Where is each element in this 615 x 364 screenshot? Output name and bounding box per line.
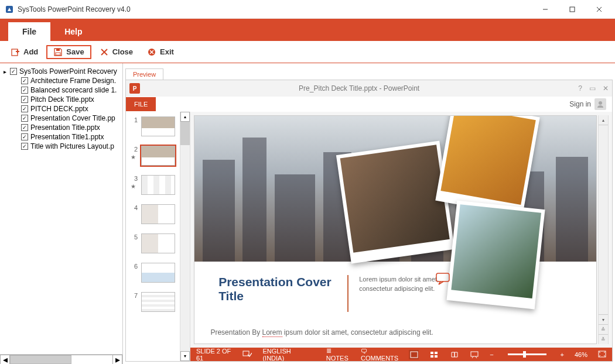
tree-item[interactable]: Balanced scorecard slide 1.: [30, 86, 117, 94]
powerpoint-preview: P Pre_Pitch Deck Title.pptx - PowerPoint…: [125, 80, 613, 362]
checkbox-icon[interactable]: [21, 143, 28, 150]
fullscreen-icon[interactable]: ▭: [589, 84, 596, 92]
svg-rect-8: [56, 49, 60, 51]
reading-view-icon[interactable]: [449, 350, 459, 359]
status-language[interactable]: ENGLISH (INDIA): [262, 348, 305, 362]
ppt-ribbon: FILE Sign in: [126, 97, 612, 112]
tree-item[interactable]: PITCH DECK.pptx: [30, 105, 88, 113]
notes-button[interactable]: ≣ NOTES: [326, 347, 350, 361]
zoom-in-button[interactable]: +: [561, 351, 564, 358]
svg-rect-9: [56, 53, 60, 55]
tree-item[interactable]: Title with Pictures Layout.p: [30, 142, 114, 150]
tree-item[interactable]: Architecture Frame Design.: [30, 77, 116, 85]
comments-button[interactable]: 🗨 COMMENTS: [361, 348, 398, 362]
tree-root[interactable]: SysTools PowerPoint Recovery: [19, 67, 117, 75]
ppt-status-bar: SLIDE 2 OF 61 ENGLISH (INDIA) ≣ NOTES 🗨 …: [190, 348, 612, 361]
slide-thumb[interactable]: 4: [131, 204, 179, 224]
slide-vscrollbar[interactable]: ▴ ▾ ≙ ≚: [598, 115, 609, 344]
close-window-button[interactable]: [586, 0, 613, 19]
tree-item[interactable]: Presentation Title.pptx: [30, 123, 100, 132]
slide-thumb[interactable]: 2★: [131, 146, 179, 166]
zoom-out-button[interactable]: −: [490, 351, 493, 358]
tree-pane: SysTools PowerPoint Recovery Architectur…: [0, 63, 123, 364]
sign-in-link[interactable]: Sign in: [569, 98, 606, 110]
slide-thumb[interactable]: 6: [131, 263, 179, 283]
spellcheck-icon[interactable]: [242, 351, 252, 359]
checkbox-icon[interactable]: [21, 77, 28, 84]
help-icon[interactable]: ?: [578, 84, 582, 92]
speech-bubble-icon: [436, 273, 452, 288]
tree-item[interactable]: Presentation Cover Title.pp: [30, 114, 115, 122]
close-button[interactable]: Close: [94, 45, 139, 59]
close-label: Close: [112, 47, 133, 56]
zoom-level[interactable]: 46%: [575, 351, 587, 358]
polaroid-photo: [436, 115, 540, 216]
checkbox-icon[interactable]: [21, 115, 28, 122]
svg-rect-19: [430, 352, 433, 354]
file-tree[interactable]: SysTools PowerPoint Recovery Architectur…: [0, 63, 122, 354]
avatar-icon: [594, 98, 606, 110]
ppt-titlebar: P Pre_Pitch Deck Title.pptx - PowerPoint…: [126, 80, 612, 97]
checkbox-icon[interactable]: [21, 96, 28, 103]
fit-window-icon[interactable]: [598, 351, 606, 359]
svg-rect-22: [435, 355, 438, 358]
slide-canvas-area[interactable]: Presentation Cover Title Lorem ipsum dol…: [190, 112, 612, 348]
svg-rect-21: [430, 355, 433, 358]
add-button[interactable]: Add: [5, 45, 44, 59]
animation-star-icon: ★: [131, 183, 138, 190]
preview-tab[interactable]: Preview: [125, 68, 163, 80]
preview-pane: Preview P Pre_Pitch Deck Title.pptx - Po…: [123, 63, 615, 364]
thumb-vscrollbar[interactable]: ▴ ▾: [180, 112, 190, 361]
next-slide-icon[interactable]: ≚: [599, 334, 608, 344]
ppt-file-button[interactable]: FILE: [126, 97, 156, 111]
scroll-down-icon[interactable]: ▾: [180, 351, 190, 361]
app-icon: [5, 5, 14, 14]
tree-hscrollbar[interactable]: ◂ ▸: [0, 354, 122, 364]
titlebar: SysTools PowerPoint Recovery v4.0: [0, 0, 615, 19]
prev-slide-icon[interactable]: ≙: [599, 324, 608, 334]
svg-rect-2: [570, 7, 575, 12]
tree-item[interactable]: Presentation Title1.pptx: [30, 133, 104, 141]
scroll-up-icon[interactable]: ▴: [180, 112, 190, 122]
exit-label: Exit: [160, 47, 174, 56]
slideshow-view-icon[interactable]: [470, 350, 479, 359]
sorter-view-icon[interactable]: [429, 350, 439, 359]
slide-thumb[interactable]: 3★: [131, 175, 179, 195]
maximize-button[interactable]: [559, 0, 586, 19]
slide-thumb[interactable]: 5: [131, 233, 179, 253]
slide-thumb[interactable]: 1: [131, 116, 179, 136]
menubar: File Help: [0, 19, 615, 41]
polaroid-photo: [446, 200, 545, 309]
svg-rect-23: [471, 352, 478, 356]
checkbox-icon[interactable]: [21, 87, 28, 94]
slide-thumbnail-panel: 1 2★ 3★ 4 5 6 7 ▴ ▾: [126, 112, 190, 361]
minimize-button[interactable]: [532, 0, 559, 19]
ppt-close-icon[interactable]: ✕: [603, 84, 609, 92]
scroll-down-icon[interactable]: ▾: [599, 314, 608, 324]
svg-rect-18: [411, 352, 418, 358]
svg-point-15: [599, 101, 602, 105]
checkbox-icon[interactable]: [21, 124, 28, 131]
window-title: SysTools PowerPoint Recovery v4.0: [18, 5, 532, 13]
main-content: SysTools PowerPoint Recovery Architectur…: [0, 63, 615, 364]
ppt-doc-title: Pre_Pitch Deck Title.pptx - PowerPoint: [140, 84, 578, 92]
scroll-up-icon[interactable]: ▴: [599, 115, 608, 125]
tree-item[interactable]: Pitch Deck Title.pptx: [30, 95, 94, 104]
menu-help[interactable]: Help: [50, 22, 96, 41]
zoom-slider[interactable]: [508, 353, 546, 355]
scroll-left-icon[interactable]: ◂: [0, 355, 10, 365]
slide-title: Presentation Cover Title: [218, 275, 339, 303]
slide-thumb[interactable]: 7: [131, 292, 179, 312]
exit-button[interactable]: Exit: [141, 45, 180, 59]
checkbox-icon[interactable]: [10, 68, 17, 75]
checkbox-icon[interactable]: [21, 133, 28, 140]
normal-view-icon[interactable]: [409, 350, 418, 359]
save-button[interactable]: Save: [46, 45, 91, 59]
scroll-right-icon[interactable]: ▸: [112, 355, 122, 365]
menu-file[interactable]: File: [8, 22, 50, 41]
save-label: Save: [66, 47, 84, 56]
checkbox-icon[interactable]: [21, 105, 28, 112]
slide-canvas[interactable]: Presentation Cover Title Lorem ipsum dol…: [194, 115, 597, 344]
add-label: Add: [23, 47, 38, 56]
toolbar: Add Save Close Exit: [0, 41, 615, 63]
